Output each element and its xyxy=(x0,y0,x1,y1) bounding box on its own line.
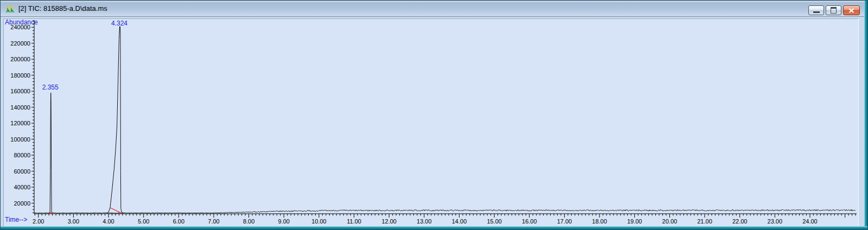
svg-text:3.00: 3.00 xyxy=(68,218,79,225)
svg-text:24.00: 24.00 xyxy=(802,218,818,225)
close-button[interactable] xyxy=(843,5,860,15)
restore-icon xyxy=(831,7,837,14)
svg-text:22.00: 22.00 xyxy=(732,218,748,225)
svg-text:17.00: 17.00 xyxy=(557,218,572,225)
svg-text:5.00: 5.00 xyxy=(138,218,149,225)
title-bar[interactable]: [2] TIC: 815885-a.D\data.ms xyxy=(1,1,864,17)
svg-text:140000: 140000 xyxy=(10,104,30,111)
svg-text:80000: 80000 xyxy=(14,152,30,158)
svg-text:200000: 200000 xyxy=(10,56,30,62)
svg-text:240000: 240000 xyxy=(10,24,30,30)
svg-text:40000: 40000 xyxy=(14,184,30,190)
svg-text:11.00: 11.00 xyxy=(347,218,361,225)
restore-button[interactable] xyxy=(826,5,841,15)
svg-text:2.00: 2.00 xyxy=(33,218,44,225)
svg-text:23.00: 23.00 xyxy=(768,218,783,225)
svg-text:220000: 220000 xyxy=(10,40,30,47)
svg-text:15.00: 15.00 xyxy=(487,218,502,225)
svg-text:160000: 160000 xyxy=(10,88,30,94)
chromatogram-chart[interactable]: 2000040000600008000010000012000014000016… xyxy=(4,19,858,226)
svg-text:21.00: 21.00 xyxy=(697,218,712,225)
peak-label: 4.324 xyxy=(111,20,127,27)
peak-label: 2.355 xyxy=(42,84,59,91)
svg-text:100000: 100000 xyxy=(10,136,30,143)
chromatogram-icon xyxy=(5,4,15,14)
chromatogram-window: [2] TIC: 815885-a.D\data.ms Abundance Ti… xyxy=(0,0,868,230)
close-icon xyxy=(848,8,854,13)
svg-text:14.00: 14.00 xyxy=(452,218,467,225)
svg-text:60000: 60000 xyxy=(14,168,30,175)
svg-text:13.00: 13.00 xyxy=(417,218,432,225)
svg-text:19.00: 19.00 xyxy=(627,218,642,225)
svg-text:16.00: 16.00 xyxy=(522,218,537,225)
svg-text:12.00: 12.00 xyxy=(381,218,397,225)
svg-text:20.00: 20.00 xyxy=(662,218,678,225)
minimize-icon xyxy=(813,11,820,13)
svg-text:18.00: 18.00 xyxy=(592,218,607,225)
svg-text:6.00: 6.00 xyxy=(173,218,184,225)
window-edge-bottom xyxy=(1,226,867,229)
window-title: [2] TIC: 815885-a.D\data.ms xyxy=(18,4,107,12)
minimize-button[interactable] xyxy=(808,5,824,15)
plot-area[interactable]: Abundance Time--> 2000040000600008000010… xyxy=(3,18,859,227)
svg-text:7.00: 7.00 xyxy=(208,218,219,225)
svg-text:9.00: 9.00 xyxy=(278,218,290,225)
window-controls xyxy=(808,5,860,15)
svg-text:180000: 180000 xyxy=(10,72,30,79)
svg-text:10.00: 10.00 xyxy=(311,218,327,225)
window-edge-right xyxy=(864,1,867,229)
svg-text:4.00: 4.00 xyxy=(103,218,114,225)
svg-text:8.00: 8.00 xyxy=(243,218,254,225)
svg-text:120000: 120000 xyxy=(10,120,30,126)
svg-text:20000: 20000 xyxy=(14,200,30,207)
